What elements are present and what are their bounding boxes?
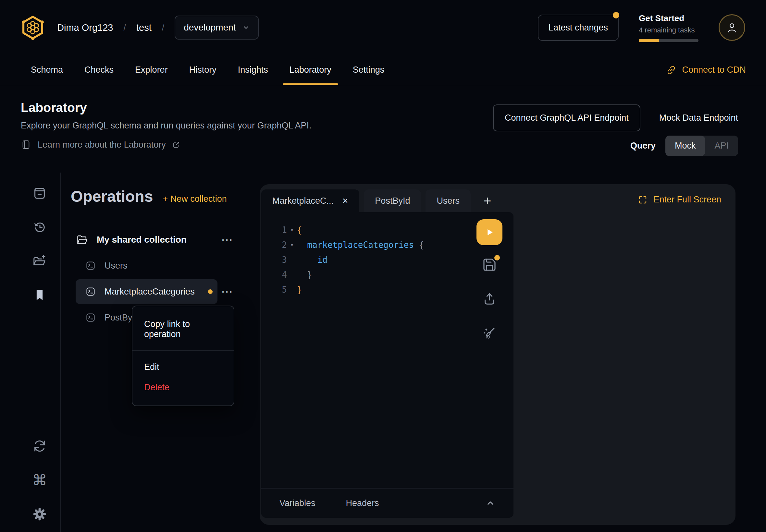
headers-tab[interactable]: Headers xyxy=(346,498,379,508)
prettify-query-button[interactable] xyxy=(482,325,497,341)
command-menu-icon[interactable]: ⌘ xyxy=(32,473,47,488)
enter-fullscreen-label: Enter Full Screen xyxy=(653,195,721,205)
primary-navbar: SchemaChecksExplorerHistoryInsightsLabor… xyxy=(0,55,766,85)
editor-tab-postbyid[interactable]: PostById xyxy=(364,189,421,212)
line-number: 3 xyxy=(261,252,287,267)
latest-changes-label: Latest changes xyxy=(549,23,608,32)
mock-api-toggle: MockAPI xyxy=(665,136,738,156)
code-line: 4 } xyxy=(261,267,514,282)
unsaved-changes-dot xyxy=(494,255,500,260)
code-token: id xyxy=(317,252,327,267)
query-editor[interactable]: 1▾{2▾ marketplaceCategories {3 id4 }5} V… xyxy=(261,212,514,518)
collection-menu-button[interactable]: ⋯ xyxy=(219,236,234,243)
operation-icon xyxy=(85,286,96,297)
code-token xyxy=(297,252,317,267)
editor-footer: Variables Headers xyxy=(261,488,514,518)
operation-icon xyxy=(85,312,96,323)
fold-toggle-icon xyxy=(287,267,297,282)
editor-tab-users[interactable]: Users xyxy=(426,189,471,212)
nav-tabs: SchemaChecksExplorerHistoryInsightsLabor… xyxy=(20,55,395,85)
fold-toggle-icon[interactable]: ▾ xyxy=(287,237,297,252)
breadcrumb-project[interactable]: test xyxy=(136,22,152,33)
environment-dropdown[interactable]: development xyxy=(175,16,258,40)
tab-laboratory[interactable]: Laboratory xyxy=(279,55,342,85)
share-operation-button[interactable] xyxy=(482,291,497,306)
tab-insights[interactable]: Insights xyxy=(227,55,279,85)
chevron-down-icon xyxy=(242,24,249,31)
operations-title: Operations xyxy=(71,187,153,205)
code-token: { xyxy=(297,223,302,237)
operation-menu-button[interactable]: ⋯ xyxy=(219,288,234,295)
external-link-icon xyxy=(172,141,180,149)
new-tab-button[interactable]: + xyxy=(475,189,500,212)
connect-to-cdn-link[interactable]: Connect to CDN xyxy=(666,55,746,85)
tab-history[interactable]: History xyxy=(178,55,227,85)
operation-item-marketplacecategories[interactable]: MarketplaceCategories⋯ xyxy=(71,279,256,304)
query-target-row: Query MockAPI xyxy=(630,136,738,156)
settings-gear-icon[interactable] xyxy=(32,507,47,522)
hive-logo-icon[interactable] xyxy=(21,15,45,41)
fold-toggle-icon[interactable]: ▾ xyxy=(287,223,297,237)
mock-data-endpoint-button[interactable]: Mock Data Endpoint xyxy=(659,113,738,123)
book-icon xyxy=(21,139,31,151)
refresh-icon[interactable] xyxy=(32,439,47,453)
code-token: { xyxy=(414,237,424,252)
connect-graphql-endpoint-button[interactable]: Connect GraphQL API Endpoint xyxy=(493,104,640,131)
modified-dot xyxy=(208,289,213,294)
close-tab-icon[interactable]: ✕ xyxy=(342,197,348,205)
page-subtitle: Explore your GraphQL schema and run quer… xyxy=(21,121,311,131)
page-title: Laboratory xyxy=(21,101,87,115)
latest-changes-button[interactable]: Latest changes xyxy=(538,15,619,41)
tab-settings[interactable]: Settings xyxy=(342,55,395,85)
fold-toggle-icon xyxy=(287,252,297,267)
operation-item-users[interactable]: Users xyxy=(71,253,256,278)
get-started-progress-bar xyxy=(639,39,699,42)
tab-explorer[interactable]: Explorer xyxy=(124,55,178,85)
operation-context-menu: Copy link to operationEditDelete xyxy=(132,306,234,406)
line-number: 4 xyxy=(261,267,287,282)
editor-actions xyxy=(477,219,503,359)
toggle-option-api[interactable]: API xyxy=(705,136,738,156)
editor-tab-marketplacec[interactable]: MarketplaceC...✕ xyxy=(261,189,359,212)
menu-item-delete[interactable]: Delete xyxy=(132,377,234,398)
code-token: } xyxy=(297,267,312,282)
get-started-title: Get Started xyxy=(639,13,699,23)
environment-dropdown-value: development xyxy=(184,22,236,33)
menu-item-edit[interactable]: Edit xyxy=(132,357,234,377)
tab-checks[interactable]: Checks xyxy=(74,55,124,85)
variables-tab[interactable]: Variables xyxy=(279,498,315,508)
new-collection-button[interactable]: + New collection xyxy=(163,194,226,204)
collection-row[interactable]: My shared collection ⋯ xyxy=(71,227,256,252)
execute-query-button[interactable] xyxy=(477,219,503,245)
learn-more-link[interactable]: Learn more about the Laboratory xyxy=(21,139,180,151)
get-started-card[interactable]: Get Started 4 remaining tasks xyxy=(639,13,699,42)
code-line: 5} xyxy=(261,282,514,297)
menu-divider xyxy=(132,350,234,351)
sidebar-divider xyxy=(60,173,61,532)
enter-fullscreen-button[interactable]: Enter Full Screen xyxy=(638,195,721,205)
user-avatar[interactable] xyxy=(719,14,745,41)
new-folder-icon[interactable] xyxy=(32,254,47,269)
breadcrumb-org[interactable]: Dima Org123 xyxy=(57,22,113,33)
line-number: 1 xyxy=(261,223,287,237)
query-label: Query xyxy=(630,141,656,151)
collections-icon[interactable] xyxy=(32,186,47,200)
bookmark-icon[interactable] xyxy=(32,288,47,302)
code-area[interactable]: 1▾{2▾ marketplaceCategories {3 id4 }5} xyxy=(261,212,514,297)
code-line: 2▾ marketplaceCategories { xyxy=(261,237,514,252)
tab-schema[interactable]: Schema xyxy=(20,55,74,85)
person-icon xyxy=(725,21,738,34)
save-operation-button[interactable] xyxy=(482,257,497,272)
collapse-panel-chevron-up-icon[interactable] xyxy=(486,498,495,508)
operations-header: Operations + New collection xyxy=(71,187,227,205)
code-token: } xyxy=(297,282,302,297)
breadcrumb-separator: / xyxy=(123,23,126,33)
fold-toggle-icon xyxy=(287,282,297,297)
toggle-option-mock[interactable]: Mock xyxy=(665,136,705,156)
laboratory-workspace-panel: MarketplaceC...✕PostByIdUsers+ Enter Ful… xyxy=(260,184,736,525)
code-token: marketplaceCategories xyxy=(307,237,414,252)
history-icon[interactable] xyxy=(32,220,47,235)
endpoint-actions: Connect GraphQL API Endpoint Mock Data E… xyxy=(493,104,738,131)
editor-tab-label: PostById xyxy=(375,196,410,206)
menu-item-copy-link-to-operation[interactable]: Copy link to operation xyxy=(132,314,234,345)
